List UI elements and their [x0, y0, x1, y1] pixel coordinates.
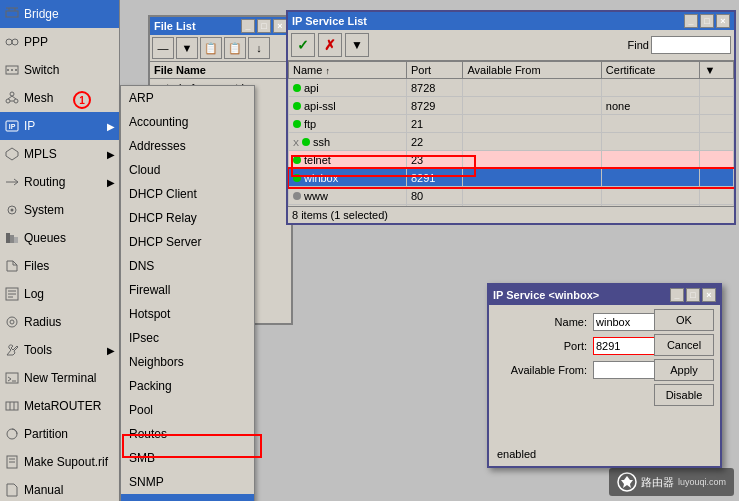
submenu-item-firewall[interactable]: Firewall — [121, 278, 254, 302]
submenu-item-routes[interactable]: Routes — [121, 422, 254, 446]
submenu-item-accounting[interactable]: Accounting — [121, 110, 254, 134]
submenu-item-neighbors[interactable]: Neighbors — [121, 350, 254, 374]
svg-point-8 — [11, 69, 13, 71]
svg-text:IP: IP — [9, 123, 16, 130]
files-icon — [4, 258, 20, 274]
enabled-text: enabled — [497, 448, 536, 460]
dialog-minimize[interactable]: _ — [670, 288, 684, 302]
table-row[interactable]: X ssh 22 — [289, 133, 734, 151]
supout-icon — [4, 454, 20, 470]
table-row[interactable]: www 80 — [289, 187, 734, 205]
sidebar-item-partition[interactable]: Partition — [0, 420, 119, 448]
sidebar-item-ip-label: IP — [24, 119, 35, 133]
table-row[interactable]: ftp 21 — [289, 115, 734, 133]
dialog-close[interactable]: × — [702, 288, 716, 302]
submenu-item-services[interactable]: Services — [121, 494, 254, 501]
col-available-from[interactable]: Available From — [463, 62, 601, 79]
service-list-close[interactable]: × — [716, 14, 730, 28]
svg-line-14 — [12, 96, 16, 99]
manual-icon — [4, 482, 20, 498]
col-certificate[interactable]: Certificate — [601, 62, 700, 79]
table-row[interactable]: api-ssl 8729none — [289, 97, 734, 115]
sidebar-item-switch[interactable]: Switch — [0, 56, 119, 84]
file-toolbar-btn1[interactable]: — — [152, 37, 174, 59]
file-toolbar-btn3[interactable]: 📋 — [200, 37, 222, 59]
service-status-bar: 8 items (1 selected) — [288, 206, 734, 223]
file-list-close[interactable]: × — [273, 19, 287, 33]
file-toolbar-btn5[interactable]: ↓ — [248, 37, 270, 59]
sort-arrow-name: ↑ — [325, 66, 330, 76]
disable-button[interactable]: Disable — [654, 384, 714, 406]
sidebar-item-manual-label: Manual — [24, 483, 63, 497]
sidebar-item-routing[interactable]: Routing ▶ — [0, 168, 119, 196]
table-row[interactable]: api 8728 — [289, 79, 734, 97]
sidebar-item-ppp[interactable]: PPP — [0, 28, 119, 56]
sidebar-item-tools[interactable]: Tools ▶ — [0, 336, 119, 364]
service-filter-btn[interactable]: ▼ — [345, 33, 369, 57]
sidebar-item-terminal[interactable]: New Terminal — [0, 364, 119, 392]
dialog-maximize[interactable]: □ — [686, 288, 700, 302]
sidebar-item-files[interactable]: Files — [0, 252, 119, 280]
submenu-item-addresses[interactable]: Addresses — [121, 134, 254, 158]
submenu-item-dhcp-relay[interactable]: DHCP Relay — [121, 206, 254, 230]
submenu-item-ipsec[interactable]: IPsec — [121, 326, 254, 350]
sidebar-item-queues[interactable]: Queues — [0, 224, 119, 252]
col-port[interactable]: Port — [406, 62, 462, 79]
apply-button[interactable]: Apply — [654, 359, 714, 381]
table-row-winbox[interactable]: winbox 8291 — [289, 169, 734, 187]
submenu-item-cloud[interactable]: Cloud — [121, 158, 254, 182]
sidebar-item-bridge[interactable]: Bridge — [0, 0, 119, 28]
port-input[interactable] — [593, 337, 658, 355]
watermark-icon — [617, 472, 637, 492]
ok-button[interactable]: OK — [654, 309, 714, 331]
sidebar-item-supout[interactable]: Make Supout.rif — [0, 448, 119, 476]
col-filter-drop[interactable]: ▼ — [700, 62, 734, 79]
sidebar-item-routing-label: Routing — [24, 175, 65, 189]
status-dot-winbox — [293, 174, 301, 182]
sidebar-item-system[interactable]: System — [0, 196, 119, 224]
sidebar-item-mpls[interactable]: MPLS ▶ — [0, 140, 119, 168]
submenu-item-packing[interactable]: Packing — [121, 374, 254, 398]
find-input[interactable] — [651, 36, 731, 54]
sidebar-item-ppp-label: PPP — [24, 35, 48, 49]
ip-submenu: ARP Accounting Addresses Cloud DHCP Clie… — [120, 85, 255, 501]
col-name[interactable]: Name ↑ — [289, 62, 407, 79]
file-list-minimize[interactable]: _ — [241, 19, 255, 33]
submenu-item-arp[interactable]: ARP — [121, 86, 254, 110]
file-list-maximize[interactable]: □ — [257, 19, 271, 33]
meta-icon — [4, 398, 20, 414]
queues-icon — [4, 230, 20, 246]
status-dot-ssh — [302, 138, 310, 146]
sidebar-item-mesh[interactable]: Mesh — [0, 84, 119, 112]
submenu-item-dhcp-server[interactable]: DHCP Server — [121, 230, 254, 254]
submenu-item-dns[interactable]: DNS — [121, 254, 254, 278]
svg-point-9 — [15, 69, 17, 71]
submenu-item-hotspot[interactable]: Hotspot — [121, 302, 254, 326]
service-list-maximize[interactable]: □ — [700, 14, 714, 28]
svg-point-12 — [14, 99, 18, 103]
sidebar-item-meta-label: MetaROUTER — [24, 399, 101, 413]
file-toolbar-btn4[interactable]: 📋 — [224, 37, 246, 59]
svg-rect-23 — [14, 237, 18, 243]
table-row[interactable]: telnet 23 — [289, 151, 734, 169]
service-cross-btn[interactable]: ✗ — [318, 33, 342, 57]
submenu-item-pool[interactable]: Pool — [121, 398, 254, 422]
file-toolbar-filter[interactable]: ▼ — [176, 37, 198, 59]
sidebar-item-log[interactable]: Log — [0, 280, 119, 308]
name-input[interactable] — [593, 313, 658, 331]
cancel-button[interactable]: Cancel — [654, 334, 714, 356]
sidebar-item-manual[interactable]: Manual — [0, 476, 119, 501]
submenu-item-smb[interactable]: SMB — [121, 446, 254, 470]
status-dot-www — [293, 192, 301, 200]
bridge-icon — [4, 6, 20, 22]
submenu-item-snmp[interactable]: SNMP — [121, 470, 254, 494]
svg-point-28 — [7, 317, 17, 327]
submenu-item-dhcp-client[interactable]: DHCP Client — [121, 182, 254, 206]
service-list-minimize[interactable]: _ — [684, 14, 698, 28]
sidebar-item-partition-label: Partition — [24, 427, 68, 441]
sidebar-item-ip[interactable]: IP IP ▶ — [0, 112, 119, 140]
sidebar-item-radius[interactable]: Radius — [0, 308, 119, 336]
service-check-btn[interactable]: ✓ — [291, 33, 315, 57]
sidebar-item-meta[interactable]: MetaROUTER — [0, 392, 119, 420]
file-list-column-name: File Name — [150, 62, 291, 79]
